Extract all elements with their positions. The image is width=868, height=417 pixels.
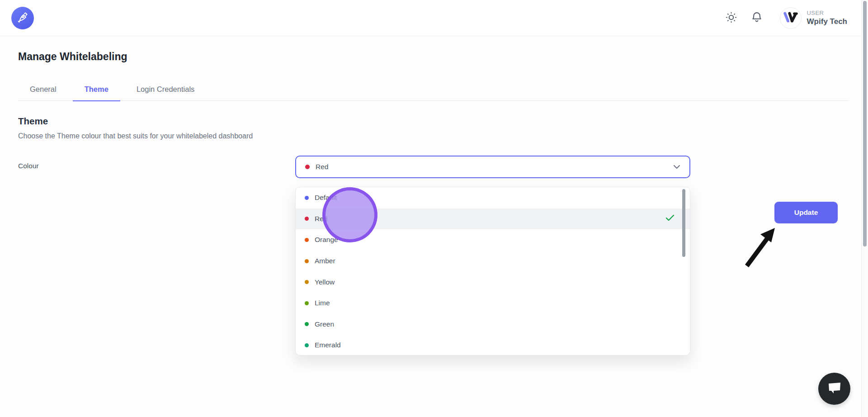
selected-colour-value: Red	[316, 163, 328, 171]
option-label: Yellow	[315, 278, 335, 286]
option-label: Lime	[315, 299, 330, 307]
option-label: Emerald	[315, 341, 341, 349]
notifications-button[interactable]	[747, 9, 766, 28]
tab-bar: GeneralThemeLogin Credentials	[18, 78, 849, 101]
option-colour-dot	[305, 343, 309, 347]
top-bar: USER Wpify Tech	[0, 0, 868, 36]
tab-login-credentials[interactable]: Login Credentials	[125, 78, 206, 100]
colour-field-label: Colour	[18, 162, 39, 170]
user-menu[interactable]: USER Wpify Tech	[780, 7, 847, 29]
app-root: USER Wpify Tech Manage Whitelabeling Gen…	[0, 0, 868, 417]
colour-option-emerald[interactable]: Emerald	[296, 335, 690, 355]
check-icon	[665, 214, 675, 223]
colour-option-red[interactable]: Red	[296, 208, 690, 230]
option-colour-dot	[305, 238, 309, 242]
dropdown-scrollbar-thumb[interactable]	[682, 189, 685, 257]
user-role: USER	[807, 9, 847, 16]
option-label: Default	[315, 194, 337, 202]
colour-select[interactable]: Red	[295, 156, 690, 178]
page-scrollbar[interactable]	[861, 0, 868, 417]
colour-dropdown: DefaultRedOrangeAmberYellowLimeGreenEmer…	[295, 187, 690, 355]
option-label: Orange	[315, 236, 338, 244]
user-name: Wpify Tech	[807, 17, 847, 26]
wpify-w-logo-icon	[783, 11, 798, 25]
option-label: Amber	[315, 257, 335, 265]
tab-general[interactable]: General	[18, 78, 68, 100]
option-colour-dot	[305, 217, 309, 221]
colour-option-yellow[interactable]: Yellow	[296, 271, 690, 293]
theme-toggle-button[interactable]	[722, 9, 741, 28]
pen-nib-icon	[17, 11, 28, 25]
sun-icon	[725, 11, 737, 25]
colour-option-amber[interactable]: Amber	[296, 251, 690, 272]
chat-launcher-button[interactable]	[818, 373, 850, 405]
colour-option-orange[interactable]: Orange	[296, 229, 690, 251]
colour-option-default[interactable]: Default	[296, 187, 690, 208]
page-scrollbar-thumb[interactable]	[863, 1, 867, 246]
option-colour-dot	[305, 280, 309, 284]
tab-theme[interactable]: Theme	[73, 78, 120, 101]
option-colour-dot	[305, 196, 309, 200]
colour-option-green[interactable]: Green	[296, 314, 690, 335]
colour-option-list: DefaultRedOrangeAmberYellowLimeGreenEmer…	[296, 187, 690, 355]
option-label: Green	[315, 320, 334, 328]
header-actions: USER Wpify Tech	[722, 7, 847, 29]
annotation-arrow	[736, 221, 786, 273]
option-label: Red	[315, 215, 327, 223]
section-description: Choose the Theme colour that best suits …	[18, 132, 253, 140]
app-logo[interactable]	[11, 7, 34, 29]
option-colour-dot	[305, 259, 309, 263]
colour-option-lime[interactable]: Lime	[296, 293, 690, 314]
section-heading: Theme	[18, 116, 48, 127]
update-button[interactable]: Update	[774, 202, 838, 223]
selected-colour-dot	[305, 165, 310, 169]
option-colour-dot	[305, 322, 309, 326]
avatar	[780, 7, 802, 29]
chat-bubble-icon	[827, 381, 842, 396]
user-info: USER Wpify Tech	[807, 9, 847, 26]
chevron-down-icon	[673, 163, 680, 171]
option-colour-dot	[305, 301, 309, 305]
page-title: Manage Whitelabeling	[18, 51, 127, 63]
bell-icon	[750, 11, 763, 25]
